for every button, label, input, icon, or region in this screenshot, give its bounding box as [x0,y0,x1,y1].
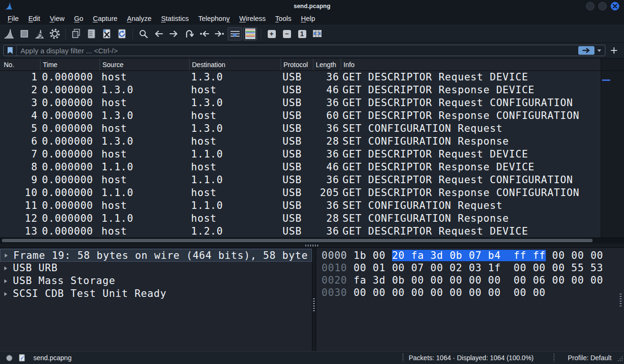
filter-dropdown-caret[interactable] [597,49,601,54]
filter-bookmark-button[interactable] [4,45,17,56]
splitter-grip[interactable] [305,245,319,246]
menu-item-wireless[interactable]: Wireless [234,15,271,22]
detail-label: Frame 19: 58 bytes on wire (464 bits), 5… [13,250,308,261]
menu-item-help[interactable]: Help [296,15,320,22]
hex-row[interactable]: 0030 00 00 00 00 00 00 00 00 00 00 [322,286,624,299]
go-forward-button[interactable] [167,27,181,40]
display-filter-input[interactable] [17,47,578,55]
find-packet-button[interactable] [136,27,151,40]
display-filter-field[interactable] [3,45,605,56]
packet-row[interactable]: 30.000000host1.3.0USB36GET DESCRIPTOR Re… [0,97,601,109]
detail-label: USB Mass Storage [13,275,115,286]
menu-item-statistics[interactable]: Statistics [156,15,193,22]
detail-row[interactable]: Frame 19: 58 bytes on wire (464 bits), 5… [0,249,312,262]
column-header-source[interactable]: Source [100,59,190,70]
capture-options-icon [49,28,61,40]
auto-scroll-button[interactable] [228,27,242,40]
colorize-button[interactable] [243,27,257,40]
go-to-packet-button[interactable] [182,27,196,40]
packet-row[interactable]: 50.000000host1.3.0USB36SET CONFIGURATION… [0,122,601,135]
statusbar-separator [403,354,403,362]
go-back-button[interactable] [151,27,166,40]
maximize-button[interactable] [598,2,607,10]
expert-info-icon[interactable] [6,355,12,361]
column-header-length[interactable]: Length [313,59,341,70]
profile-indicator[interactable]: Profile: Default [568,354,612,362]
packet-row[interactable]: 130.000000host1.2.0USB36GET DESCRIPTOR R… [0,225,601,238]
packet-details-pane: Frame 19: 58 bytes on wire (464 bits), 5… [0,248,312,351]
go-forward-icon [168,28,180,39]
chevron-right-icon[interactable] [5,254,8,257]
packet-row[interactable]: 90.000000host1.1.0USB36GET DESCRIPTOR Re… [0,174,601,187]
packet-row[interactable]: 110.000000host1.1.0USB36SET CONFIGURATIO… [0,199,601,212]
capture-file-name: send.pcapng [33,354,71,362]
menu-item-go[interactable]: Go [70,15,88,22]
detail-row[interactable]: USB Mass Storage [0,275,312,287]
menu-item-file[interactable]: File [3,15,23,22]
packet-row[interactable]: 80.0000001.1.0hostUSB46GET DESCRIPTOR Re… [0,161,601,174]
vertical-splitter[interactable] [312,248,316,351]
splitter-grip[interactable] [313,298,315,313]
hex-row[interactable]: 0010 00 01 00 07 00 02 03 1f 00 00 00 55… [322,262,624,274]
column-header-time[interactable]: Time [40,59,100,70]
packet-row[interactable]: 10.000000host1.3.0USB36GET DESCRIPTOR Re… [0,71,601,84]
hex-row[interactable]: 0020 fa 3d 0b 00 00 00 00 00 00 06 00 00… [322,274,624,286]
resize-grip-icon[interactable] [617,355,623,363]
minimize-button[interactable] [586,2,594,10]
packet-row[interactable]: 70.000000host1.1.0USB36GET DESCRIPTOR Re… [0,148,601,161]
open-file-button[interactable] [69,27,83,40]
column-header-destination[interactable]: Destination [190,59,281,70]
packet-list-header: No.TimeSourceDestinationProtocolLengthIn… [0,59,624,71]
splitter-grip[interactable] [620,294,622,308]
close-button[interactable] [611,2,619,10]
horizontal-splitter[interactable] [0,244,624,248]
menu-item-capture[interactable]: Capture [88,15,122,22]
stop-capture-button[interactable] [17,27,31,40]
restart-capture-button[interactable] [32,27,47,40]
detail-row[interactable]: USB URB [0,262,312,275]
menu-item-analyze[interactable]: Analyze [122,15,157,22]
add-filter-button[interactable] [607,47,621,54]
menu-item-edit[interactable]: Edit [23,15,45,22]
chevron-right-icon[interactable] [4,266,7,270]
column-header-info[interactable]: Info [341,59,601,70]
zoom-out-button[interactable]: − [280,27,294,40]
menu-item-tools[interactable]: Tools [271,15,296,22]
packet-list: 10.000000host1.3.0USB36GET DESCRIPTOR Re… [0,71,624,244]
capture-comment-icon[interactable] [19,354,26,362]
horizontal-scrollbar-thumb[interactable] [2,239,593,242]
packet-row[interactable]: 100.0000001.1.0hostUSB205GET DESCRIPTOR … [0,187,601,199]
column-header-protocol[interactable]: Protocol [281,59,313,70]
packet-list-vertical-scrollbar[interactable] [601,71,624,238]
save-file-button[interactable] [84,27,99,40]
go-last-icon [213,28,226,39]
chevron-right-icon[interactable] [4,279,7,283]
toolbar-separator [132,29,133,39]
close-file-button[interactable] [100,27,114,40]
packet-list-horizontal-scrollbar[interactable] [0,237,624,244]
reload-file-button[interactable] [115,27,129,40]
go-last-button[interactable] [212,27,227,40]
chevron-right-icon[interactable] [4,292,7,296]
scrollbar-selected-mark [602,79,610,81]
detail-row[interactable]: SCSI CDB Test Unit Ready [0,287,312,300]
zoom-100-button[interactable]: 1 [295,27,309,40]
column-header-no[interactable]: No. [0,59,40,70]
packet-row[interactable]: 40.0000001.3.0hostUSB60GET DESCRIPTOR Re… [0,109,601,122]
start-capture-button[interactable] [2,27,16,40]
packet-row[interactable]: 120.0000001.1.0hostUSB28SET CONFIGURATIO… [0,212,601,225]
capture-options-button[interactable] [48,27,62,40]
zoom-100-icon: 1 [298,30,306,38]
packet-row[interactable]: 60.0000001.3.0hostUSB28SET CONFIGURATION… [0,135,601,148]
zoom-in-button[interactable]: + [264,27,279,40]
menu-item-telephony[interactable]: Telephony [193,15,234,22]
menu-item-view[interactable]: View [45,15,69,22]
go-first-button[interactable] [197,27,211,40]
resize-columns-button[interactable] [310,27,324,40]
hex-row[interactable]: 0000 1b 00 20 fa 3d 0b 07 b4 ff ff 00 00… [322,249,624,262]
packet-counts: Packets: 1064 · Displayed: 1064 (100.0%) [409,354,533,362]
go-back-icon [152,28,165,39]
hex-offset: 0000 [322,250,347,261]
packet-row[interactable]: 20.0000001.3.0hostUSB46GET DESCRIPTOR Re… [0,84,601,97]
apply-filter-button[interactable] [578,46,594,55]
